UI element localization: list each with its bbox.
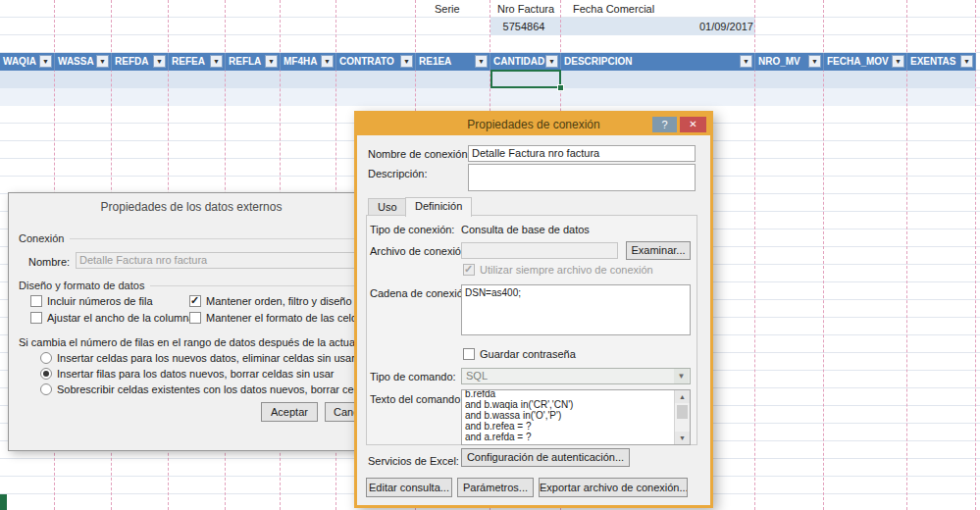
tab-uso[interactable]: Uso	[368, 198, 407, 216]
scrollbar[interactable]: ▲ ▼	[674, 390, 690, 444]
radio-insertar-celdas[interactable]: Insertar celdas para los nuevos datos, e…	[40, 352, 355, 364]
radio-icon[interactable]	[40, 352, 52, 364]
tipo-conexion-label: Tipo de conexión:	[370, 224, 454, 235]
filter-button[interactable]: ▼	[400, 55, 413, 68]
aceptar-button[interactable]: Aceptar	[261, 402, 318, 422]
diseno-group: Diseño y formato de datos	[19, 280, 368, 291]
configuracion-autenticacion-button[interactable]: Configuración de autenticación...	[461, 448, 630, 467]
cadena-conexion-textarea[interactable]: DSN=as400;	[461, 284, 691, 335]
column-header-label: WAQIA	[3, 56, 36, 67]
tipo-comando-label: Tipo de comando:	[370, 371, 456, 382]
selected-cell[interactable]	[490, 70, 561, 88]
definicion-tab-panel: Tipo de conexión: Consulta de base de da…	[366, 215, 697, 445]
checkbox-label: Mantener el formato de las celdas	[206, 312, 369, 324]
tipo-comando-dropdown: SQL ▼	[461, 368, 691, 384]
checkbox-mantener-formato[interactable]: Mantener el formato de las celdas	[189, 312, 369, 324]
radio-insertar-filas[interactable]: Insertar filas para los datos nuevos, bo…	[40, 368, 334, 380]
checkbox-icon[interactable]	[30, 295, 42, 307]
filter-button[interactable]: ▼	[210, 55, 223, 68]
checkbox-label: Mantener orden, filtro y diseño de colum…	[206, 295, 375, 307]
nombre-label: Nombre:	[28, 256, 70, 268]
filter-button[interactable]: ▼	[808, 55, 821, 68]
checkbox-label: Utilizar siempre archivo de conexión	[480, 264, 653, 276]
filter-button[interactable]: ▼	[153, 55, 166, 68]
filter-button[interactable]: ▼	[545, 55, 558, 68]
fill-handle[interactable]	[557, 84, 564, 91]
descripcion-label: Descripción:	[368, 168, 428, 179]
archivo-conexion-field	[461, 242, 618, 259]
fecha-comercial-value[interactable]: 01/09/2017	[561, 21, 753, 32]
texto-comando-textarea[interactable]: b.refda and b.waqia in('CR','CN') and b.…	[461, 389, 691, 445]
tipo-conexion-value: Consulta de base de datos	[461, 224, 590, 235]
nro-factura-value[interactable]: 5754864	[490, 21, 557, 32]
dropdown-value: SQL	[466, 370, 488, 382]
column-header-label: REFEA	[172, 56, 205, 67]
checkbox-ajustar-ancho[interactable]: Ajustar el ancho de la columna	[30, 312, 194, 324]
column-header-label: CANTIDAD	[493, 56, 544, 67]
green-accent	[0, 494, 7, 510]
nombre-conexion-field[interactable]: Detalle Factura nro factura	[468, 145, 696, 162]
scrollbar-thumb[interactable]	[677, 405, 688, 419]
connection-properties-dialog: Propiedades de conexión ? ✕ Nombre de co…	[354, 111, 713, 508]
radio-sobrescribir[interactable]: Sobrescribir celdas existentes con los d…	[40, 383, 375, 395]
filter-button[interactable]: ▼	[960, 55, 973, 68]
column-header-re1ea: RE1EA▼	[416, 53, 490, 71]
texto-comando-text: b.refda and b.waqia in('CR','CN') and b.…	[462, 389, 675, 444]
column-header-refla: REFLA▼	[226, 53, 281, 71]
close-icon[interactable]: ✕	[680, 117, 706, 132]
column-header-label: REFLA	[229, 56, 261, 67]
checkbox-icon[interactable]	[463, 348, 475, 360]
filter-button[interactable]: ▼	[475, 55, 488, 68]
fecha-comercial-label: Fecha Comercial	[573, 3, 654, 15]
column-header-label: RE1EA	[419, 56, 451, 67]
checkbox-checked-icon[interactable]	[189, 295, 201, 307]
archivo-conexion-label: Archivo de conexión:	[370, 245, 470, 257]
conexion-group: Conexión	[19, 232, 368, 244]
exportar-archivo-button[interactable]: Exportar archivo de conexión...	[539, 478, 688, 497]
texto-comando-label: Texto del comando:	[370, 393, 463, 405]
filter-button[interactable]: ▼	[96, 55, 109, 68]
column-header-label: WASSA	[58, 56, 94, 67]
parametros-button[interactable]: Parámetros...	[457, 478, 534, 497]
column-header-label: DESCRIPCION	[564, 56, 632, 67]
descripcion-field[interactable]	[468, 164, 696, 191]
checkbox-icon[interactable]	[30, 312, 42, 324]
diseno-group-label: Diseño y formato de datos	[19, 280, 144, 291]
column-header-label: FECHA_MOV	[827, 56, 889, 67]
filter-button[interactable]: ▼	[265, 55, 278, 68]
filter-button[interactable]: ▼	[740, 55, 752, 68]
filter-button[interactable]: ▼	[39, 55, 52, 68]
scroll-down-icon[interactable]: ▼	[675, 432, 690, 444]
checkbox-icon[interactable]	[189, 312, 201, 324]
scroll-up-icon[interactable]: ▲	[675, 390, 690, 403]
examinar-button[interactable]: Examinar...	[626, 241, 691, 260]
checkbox-incluir-numeros[interactable]: Incluir números de fila	[30, 295, 153, 307]
column-header-waqia: WAQIA▼	[0, 53, 55, 71]
column-header-refea: REFEA▼	[169, 53, 226, 71]
column-header-cantidad: CANTIDAD▼	[490, 53, 561, 71]
cadena-conexion-label: Cadena de conexión:	[370, 287, 472, 299]
nombre-conexion-label: Nombre de conexión:	[368, 148, 471, 160]
nro-factura-label: Nro Factura	[497, 3, 554, 15]
resize-question-label: Si cambia el número de filas en el rango…	[19, 336, 375, 348]
dialog-content: Nombre de conexión: Detalle Factura nro …	[357, 135, 710, 505]
checkbox-mantener-orden[interactable]: Mantener orden, filtro y diseño de colum…	[189, 295, 375, 307]
chevron-down-icon: ▼	[674, 369, 689, 383]
group-divider	[70, 238, 368, 239]
column-header-contrato: CONTRATO▼	[336, 53, 416, 71]
filter-button[interactable]: ▼	[892, 55, 904, 68]
checkbox-label: Guardar contraseña	[480, 348, 576, 360]
editar-consulta-button[interactable]: Editar consulta...	[366, 478, 452, 497]
checkbox-guardar-contrasena[interactable]: Guardar contraseña	[463, 348, 576, 360]
radio-icon[interactable]	[40, 383, 52, 395]
radio-selected-icon[interactable]	[40, 368, 52, 380]
column-header-nro_mv: NRO_MV▼	[755, 53, 824, 71]
column-header-fecha_mov: FECHA_MOV▼	[824, 53, 907, 71]
tab-definicion[interactable]: Definición	[405, 197, 472, 217]
filter-button[interactable]: ▼	[321, 55, 334, 68]
help-icon[interactable]: ?	[652, 117, 677, 132]
dialog-title: Propiedades de los datos externos	[9, 200, 374, 214]
table-row	[0, 71, 976, 88]
cadena-conexion-text: DSN=as400;	[462, 285, 690, 300]
column-header-wassa: WASSA▼	[55, 53, 112, 71]
